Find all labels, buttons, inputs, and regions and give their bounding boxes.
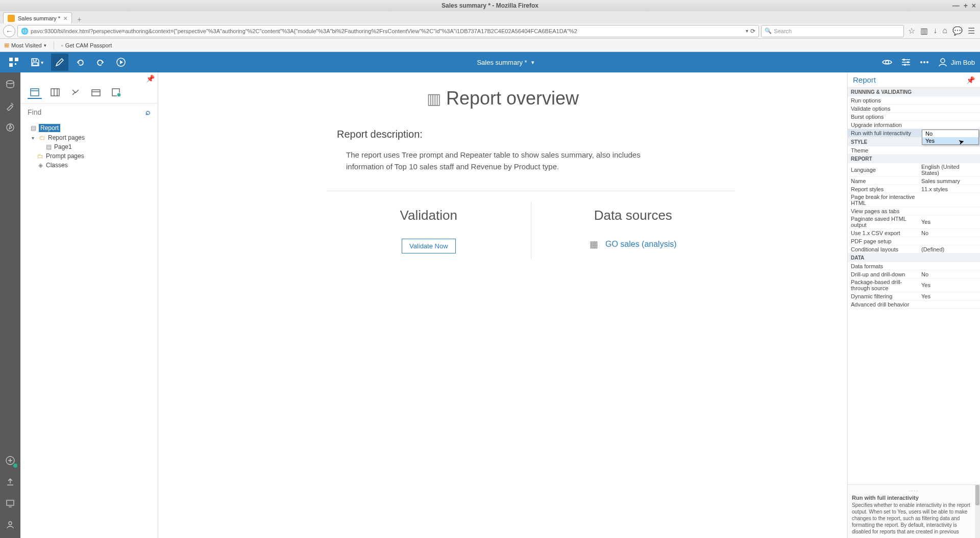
validate-button[interactable]: Validate Now — [402, 239, 456, 253]
find-input[interactable] — [28, 108, 141, 116]
tree-item-prompt-pages[interactable]: 🗀 Prompt pages — [30, 151, 154, 161]
prop-validate-options[interactable]: Validate options — [848, 105, 980, 113]
svg-rect-1 — [15, 58, 18, 61]
person-icon[interactable] — [4, 519, 16, 531]
prop-upgrade-info[interactable]: Upgrade information — [848, 121, 980, 129]
tree-item-report-pages[interactable]: ▾ 🗀 Report pages — [30, 133, 154, 142]
dropdown-option-yes[interactable]: Yes — [922, 137, 978, 144]
svg-point-22 — [117, 93, 121, 97]
nav-back-button[interactable]: ← — [3, 25, 15, 37]
view-tab-layout[interactable] — [89, 87, 103, 99]
interactivity-dropdown[interactable]: No Yes — [922, 130, 979, 145]
pin-icon[interactable]: 📌 — [966, 76, 975, 84]
prop-drill-up-down[interactable]: Drill-up and drill-downNo — [848, 270, 980, 278]
svg-point-10 — [923, 61, 925, 63]
more-icon[interactable] — [919, 57, 929, 67]
prop-paginate[interactable]: Paginate saved HTML outputYes — [848, 215, 980, 229]
preview-icon[interactable] — [881, 57, 893, 68]
properties-title: Report — [853, 75, 876, 84]
dropdown-option-no[interactable]: No — [922, 130, 978, 137]
resize-handle-icon[interactable]: ···· — [852, 488, 976, 494]
save-button[interactable]: ▾ — [26, 54, 48, 71]
tree-item-classes[interactable]: ◈ Classes — [30, 161, 154, 170]
prop-run-options[interactable]: Run options — [848, 96, 980, 105]
undo-button[interactable] — [71, 54, 89, 71]
upload-icon[interactable] — [4, 476, 16, 488]
menu-icon[interactable]: ☰ — [968, 26, 975, 36]
section-running: RUNNING & VALIDATING — [848, 88, 980, 96]
page-icon: ▤ — [45, 143, 52, 150]
prop-conditional[interactable]: Conditional layouts(Defined) — [848, 245, 980, 253]
chat-icon[interactable]: 💬 — [952, 26, 963, 36]
tree-item-page1[interactable]: ▤ Page1 — [38, 142, 154, 151]
app-switcher-icon[interactable] — [5, 54, 22, 71]
prop-name[interactable]: NameSales summary — [848, 177, 980, 185]
svg-point-17 — [9, 522, 12, 525]
tab-close-icon[interactable]: × — [63, 14, 67, 22]
run-button[interactable] — [112, 54, 130, 71]
prop-adv-drill[interactable]: Advanced drill behavior — [848, 300, 980, 309]
prop-burst-options[interactable]: Burst options — [848, 113, 980, 121]
collapse-icon[interactable]: ▾ — [32, 135, 37, 141]
reload-icon[interactable]: ⟳ — [750, 28, 755, 35]
bookmarks-bar: ▦ Most Visited ▾ ▫ Get CAM Passport — [0, 39, 980, 52]
bookmark-cam-passport[interactable]: ▫ Get CAM Passport — [61, 42, 112, 48]
tab-favicon-icon — [8, 15, 15, 22]
tree-label: Classes — [46, 162, 68, 169]
view-tab-variables[interactable] — [109, 87, 124, 99]
pin-icon[interactable]: 📌 — [146, 74, 155, 83]
view-tab-pages[interactable] — [28, 87, 42, 99]
browser-tab[interactable]: Sales summary * × — [3, 12, 72, 23]
prop-report-styles[interactable]: Report styles11.x styles — [848, 185, 980, 193]
bookmark-most-visited[interactable]: ▦ Most Visited ▾ — [4, 42, 46, 48]
window-title-bar: Sales summary * - Mozilla Firefox — + × — [0, 0, 980, 11]
prop-pdf-setup[interactable]: PDF page setup — [848, 237, 980, 245]
explore-icon[interactable] — [4, 121, 16, 134]
library-icon[interactable]: ▥ — [920, 26, 928, 36]
home-icon[interactable]: ⌂ — [942, 26, 947, 36]
edit-mode-button[interactable] — [51, 54, 68, 71]
svg-point-13 — [7, 81, 14, 84]
prop-pkg-drill[interactable]: Package-based drill-through sourceYes — [848, 278, 980, 292]
bookmark-label: Get CAM Passport — [65, 42, 112, 48]
search-bar[interactable]: 🔍 Search — [761, 25, 904, 37]
screen-icon[interactable] — [4, 497, 16, 509]
add-button[interactable] — [4, 454, 16, 467]
chevron-down-icon[interactable]: ▾ — [531, 59, 534, 66]
tab-title: Sales summary * — [18, 15, 60, 21]
view-tab-query[interactable] — [68, 87, 83, 99]
prop-page-break[interactable]: Page break for interactive HTML — [848, 193, 980, 207]
url-bar[interactable]: 🌐 pavo:9300/bi/index.html?perspective=au… — [17, 25, 759, 37]
dropdown-history-icon[interactable]: ▾ — [746, 28, 748, 34]
svg-rect-2 — [9, 63, 13, 67]
view-tab-columns[interactable] — [48, 87, 62, 99]
data-sources-heading: Data sources — [552, 208, 715, 223]
bookmark-star-icon[interactable]: ☆ — [908, 26, 915, 36]
data-source-name: GO sales (analysis) — [605, 240, 677, 249]
search-icon[interactable]: ⌕ — [145, 108, 151, 117]
help-scrollbar[interactable] — [975, 485, 980, 538]
browser-toolbar: ← 🌐 pavo:9300/bi/index.html?perspective=… — [0, 23, 980, 39]
maximize-icon[interactable]: + — [964, 2, 968, 10]
prop-theme[interactable]: Theme — [848, 146, 980, 155]
properties-panel: Report 📌 RUNNING & VALIDATING Run option… — [847, 72, 980, 538]
svg-point-5 — [886, 61, 889, 64]
tree-item-report[interactable]: ▤ Report — [30, 123, 154, 133]
prop-language[interactable]: LanguageEnglish (United States) — [848, 163, 980, 177]
data-icon[interactable] — [4, 79, 16, 91]
downloads-icon[interactable]: ↓ — [933, 26, 937, 36]
prop-data-formats[interactable]: Data formats — [848, 262, 980, 270]
user-icon — [938, 57, 948, 67]
new-tab-button[interactable]: + — [74, 15, 84, 23]
minimize-icon[interactable]: — — [952, 2, 960, 10]
close-window-icon[interactable]: × — [972, 2, 976, 10]
settings-icon[interactable] — [901, 57, 911, 67]
prop-csv-export[interactable]: Use 1.x CSV exportNo — [848, 229, 980, 237]
prop-dynamic-filter[interactable]: Dynamic filteringYes — [848, 292, 980, 300]
tree-label: Prompt pages — [46, 152, 84, 160]
data-source-link[interactable]: ▦ GO sales (analysis) — [590, 239, 677, 250]
tools-icon[interactable] — [4, 100, 16, 112]
user-menu[interactable]: Jim Bob — [938, 57, 975, 67]
redo-button[interactable] — [92, 54, 109, 71]
prop-view-pages-tabs[interactable]: View pages as tabs — [848, 207, 980, 215]
